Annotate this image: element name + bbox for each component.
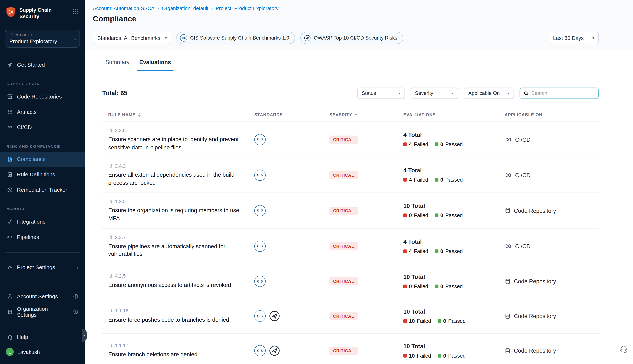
headset-icon (6, 334, 13, 340)
table-row[interactable]: Id: 1.1.17 Ensure branch deletions are d… (102, 333, 599, 364)
rule-name[interactable]: Ensure pipelines are automatically scann… (108, 242, 242, 258)
sidebar-item-help[interactable]: Help (0, 330, 85, 345)
sidebar-item-project-settings[interactable]: Project Settings › (0, 260, 85, 275)
sidebar-item-label: CI/CD (17, 124, 32, 130)
column-evaluations: EVALUATIONS (397, 112, 498, 117)
chevron-down-icon: ▾ (508, 91, 510, 95)
sidebar-item-cicd[interactable]: CI/CD (0, 120, 85, 135)
support-headset-icon[interactable] (619, 344, 628, 354)
table-row[interactable]: Id: 1.1.16 Ensure force pushes code to b… (102, 298, 599, 333)
passed-indicator (435, 249, 438, 253)
applicable-on-cell: CI/CD (498, 136, 599, 143)
rule-name[interactable]: Ensure all external dependencies used in… (108, 171, 242, 187)
sidebar-divider (5, 252, 80, 252)
cis-benchmark-chip[interactable]: CIS CIS Software Supply Chain Benchmarks… (176, 32, 295, 44)
breadcrumb: Account: Automation-SSCA › Organization:… (93, 6, 599, 11)
table-header: RULE NAME STANDARDS SEVERITY EVALUATIONS… (102, 112, 599, 117)
sidebar-item-remediation-tracker[interactable]: Remediation Tracker (0, 182, 85, 198)
evaluations-breakdown: 4Failed 0Passed (403, 177, 498, 183)
applicable-filter-value: Applicable On (468, 90, 500, 96)
brand-logo-shield-icon[interactable] (6, 6, 16, 18)
app-switcher-grid-icon[interactable] (73, 8, 79, 14)
sidebar-item-artifacts[interactable]: Artifacts (0, 104, 85, 120)
sort-both-icon (138, 112, 141, 117)
severity-filter-dropdown[interactable]: Severity ▾ (411, 88, 458, 99)
evaluations-breakdown: 4Failed 0Passed (403, 248, 498, 254)
code-repository-icon (504, 313, 511, 319)
sidebar-item-organization-settings[interactable]: Organization Settings (0, 304, 85, 320)
table-row[interactable]: Id: 2.3.7 Ensure pipelines are automatic… (102, 228, 599, 264)
severity-badge: CRITICAL (330, 242, 358, 250)
info-circle-icon[interactable] (73, 294, 78, 299)
code-repository-icon (504, 348, 511, 354)
sidebar-item-label: Compliance (17, 156, 46, 162)
failed-indicator (403, 249, 407, 253)
breadcrumb-org-link[interactable]: Organization: default (162, 6, 208, 11)
column-rule-name[interactable]: RULE NAME (102, 112, 248, 117)
breadcrumb-project-link[interactable]: Project: Product Exploratory (216, 6, 278, 11)
sidebar-item-label: Integrations (17, 219, 46, 225)
applicable-on-cell: Code Repository (498, 313, 599, 319)
column-severity[interactable]: SEVERITY (323, 112, 397, 117)
table-row[interactable]: Id: 2.3.8 Ensure scanners are in place t… (102, 122, 599, 157)
code-repositories-icon (6, 94, 13, 100)
table-row[interactable]: Id: 2.4.2 Ensure all external dependenci… (102, 157, 599, 192)
code-repository-icon (504, 208, 511, 214)
sidebar-item-label: Remediation Tracker (17, 187, 68, 193)
brand: Supply Chain Security (0, 0, 85, 23)
sidebar-item-label: Artifacts (17, 109, 37, 115)
sidebar-item-label: Rule Definitions (17, 172, 55, 178)
rule-name[interactable]: Ensure branch deletions are denied (108, 351, 242, 359)
table-row[interactable]: Id: 1.3.5 Ensure the organization is req… (102, 192, 599, 228)
failed-indicator (403, 214, 407, 217)
table-row[interactable]: Id: 4.2.5 Ensure anonymous access to art… (102, 264, 599, 299)
sidebar-item-rule-definitions[interactable]: Rule Definitions (0, 167, 85, 182)
sidebar-item-code-repositories[interactable]: Code Repositories (0, 89, 85, 104)
sidebar-item-account-settings[interactable]: Account Settings (0, 289, 85, 304)
date-range-dropdown[interactable]: Last 30 Days ▾ (548, 32, 598, 44)
sidebar-item-pipelines[interactable]: Pipelines (0, 230, 85, 245)
tab-evaluations[interactable]: Evaluations (139, 59, 171, 71)
sidebar-item-label: Project Settings (17, 264, 55, 270)
breadcrumb-separator: › (211, 6, 213, 11)
applicable-on-cell: CI/CD (498, 243, 599, 250)
scope-icon (9, 33, 13, 37)
sidebar-item-compliance[interactable]: Compliance (0, 152, 85, 167)
cis-standard-icon: CIS (254, 240, 266, 252)
passed-indicator (435, 214, 438, 217)
rule-name[interactable]: Ensure scanners are in place to identify… (108, 136, 242, 152)
applicable-on-filter-dropdown[interactable]: Applicable On ▾ (464, 88, 514, 99)
chip-label: CIS Software Supply Chain Benchmarks 1.0 (190, 35, 289, 41)
cis-standard-icon: CIS (254, 134, 266, 145)
severity-filter-value: Severity (415, 90, 433, 96)
failed-indicator (403, 178, 407, 182)
severity-badge: CRITICAL (330, 136, 358, 144)
search-input[interactable] (531, 90, 595, 96)
owasp-icon (304, 34, 311, 41)
rule-name[interactable]: Ensure the organization is requiring mem… (108, 207, 242, 222)
status-filter-value: Status (362, 90, 376, 96)
tab-summary[interactable]: Summary (105, 59, 130, 71)
column-standards: STANDARDS (248, 112, 324, 117)
status-filter-dropdown[interactable]: Status ▾ (357, 88, 405, 99)
rule-name[interactable]: Ensure anonymous access to artifacts is … (108, 282, 242, 289)
pipelines-icon (6, 234, 13, 240)
project-selector[interactable]: PROJECT Product Exploratory › (5, 30, 80, 48)
cicd-infinity-icon (504, 172, 512, 178)
sidebar-item-get-started[interactable]: Get Started (0, 57, 85, 72)
failed-indicator (403, 284, 407, 288)
user-menu[interactable]: L Lavakush (0, 344, 85, 359)
pulse-tracker-icon (6, 186, 13, 193)
sidebar-item-integrations[interactable]: Integrations (0, 214, 85, 230)
owasp-chip[interactable]: OWASP Top 10 CI/CD Security Risks (300, 32, 403, 44)
rule-name[interactable]: Ensure force pushes code to branches is … (108, 316, 242, 324)
page-header: Account: Automation-SSCA › Organization:… (85, 0, 633, 51)
info-circle-icon[interactable] (73, 309, 78, 314)
rule-id: Id: 1.1.17 (108, 343, 248, 348)
tabs: Summary Evaluations (85, 51, 633, 71)
gear-icon (6, 264, 13, 270)
rocket-icon (6, 62, 13, 68)
evaluations-breakdown: 4Failed 0Passed (403, 141, 498, 148)
standards-dropdown[interactable]: Standards: All Benchmarks ▾ (93, 32, 171, 44)
breadcrumb-account-link[interactable]: Account: Automation-SSCA (93, 6, 154, 11)
